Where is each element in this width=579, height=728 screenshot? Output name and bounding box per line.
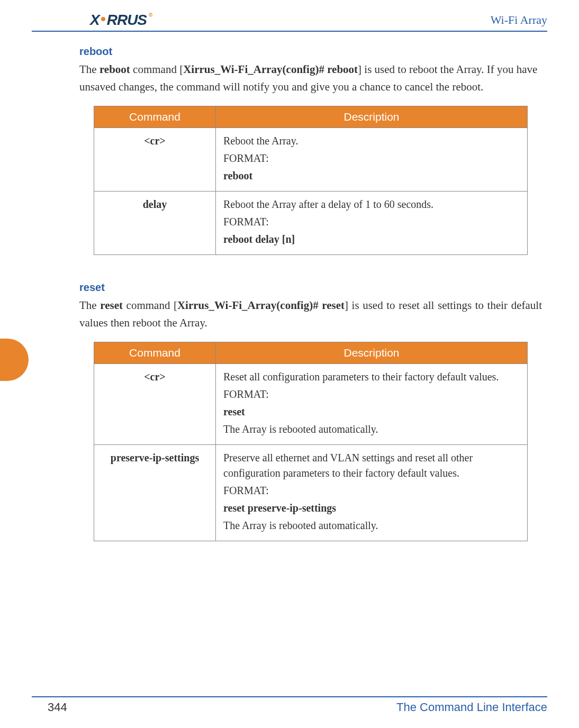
reset-command-table: Command Description <cr> Reset all confi… — [94, 342, 528, 541]
cmd-cell: <cr> — [94, 128, 216, 192]
desc-format: reboot — [223, 168, 520, 184]
col-header-command: Command — [94, 342, 216, 364]
desc-line: FORMAT: — [223, 387, 520, 402]
desc-line: Reboot the Array after a delay of 1 to 6… — [223, 197, 520, 212]
desc-cell: Reboot the Array. FORMAT: reboot — [216, 128, 528, 192]
cmd-cell: preserve-ip-settings — [94, 445, 216, 541]
section-title-reset: reset — [79, 281, 542, 294]
desc-line: FORMAT: — [223, 214, 520, 230]
section-title-reboot: reboot — [79, 46, 542, 58]
section-intro-reset: The reset command [Xirrus_Wi-Fi_Array(co… — [79, 297, 542, 331]
desc-line: The Array is rebooted automatically. — [223, 518, 520, 533]
table-row: preserve-ip-settings Preserve all ethern… — [94, 445, 528, 541]
page-header: X RRUS ® Wi-Fi Array — [32, 12, 547, 32]
logo-dot-icon — [101, 17, 105, 21]
intro-cmd: reboot — [99, 63, 130, 76]
intro-text: command [ — [130, 63, 183, 76]
section-intro-reboot: The reboot command [Xirrus_Wi-Fi_Array(c… — [79, 61, 542, 95]
footer-chapter-title: The Command Line Interface — [396, 700, 547, 714]
desc-line: The Array is rebooted automatically. — [223, 422, 520, 437]
desc-cell: Preserve all ethernet and VLAN settings … — [216, 445, 528, 541]
cmd-cell: <cr> — [94, 364, 216, 445]
registered-icon: ® — [149, 12, 152, 18]
intro-prompt: Xirrus_Wi-Fi_Array(config)# reboot — [183, 63, 358, 76]
reboot-command-table: Command Description <cr> Reboot the Arra… — [94, 106, 528, 255]
table-row: <cr> Reboot the Array. FORMAT: reboot — [94, 128, 528, 192]
desc-format: reset — [223, 404, 520, 420]
desc-line: Preserve all ethernet and VLAN settings … — [223, 450, 520, 481]
col-header-command: Command — [94, 106, 216, 128]
table-row: delay Reboot the Array after a delay of … — [94, 192, 528, 255]
desc-line: FORMAT: — [223, 483, 520, 498]
page-footer: 344 The Command Line Interface — [32, 696, 547, 714]
table-header-row: Command Description — [94, 342, 528, 364]
intro-text: The — [79, 299, 100, 312]
desc-cell: Reboot the Array after a delay of 1 to 6… — [216, 192, 528, 255]
desc-line: Reboot the Array. — [223, 133, 520, 149]
intro-prompt: Xirrus_Wi-Fi_Array(config)# reset — [177, 299, 345, 312]
col-header-description: Description — [216, 106, 528, 128]
table-header-row: Command Description — [94, 106, 528, 128]
logo-text: RRUS — [107, 12, 147, 29]
page-content: reboot The reboot command [Xirrus_Wi-Fi_… — [32, 46, 547, 541]
brand-logo: X RRUS ® — [90, 12, 152, 29]
side-tab-decor — [0, 339, 29, 381]
desc-format: reboot delay [n] — [223, 232, 520, 247]
desc-line: FORMAT: — [223, 151, 520, 166]
intro-text: command [ — [123, 299, 177, 312]
intro-text: The — [79, 63, 99, 76]
cmd-cell: delay — [94, 192, 216, 255]
page-number: 344 — [48, 700, 67, 714]
logo-text: X — [90, 12, 99, 29]
header-product-name: Wi-Fi Array — [491, 13, 547, 27]
col-header-description: Description — [216, 342, 528, 364]
desc-cell: Reset all configuration parameters to th… — [216, 364, 528, 445]
intro-cmd: reset — [100, 299, 123, 312]
desc-format: reset preserve-ip-settings — [223, 501, 520, 516]
table-row: <cr> Reset all configuration parameters … — [94, 364, 528, 445]
page-container: X RRUS ® Wi-Fi Array reboot The reboot c… — [0, 0, 579, 728]
desc-line: Reset all configuration parameters to th… — [223, 369, 520, 385]
